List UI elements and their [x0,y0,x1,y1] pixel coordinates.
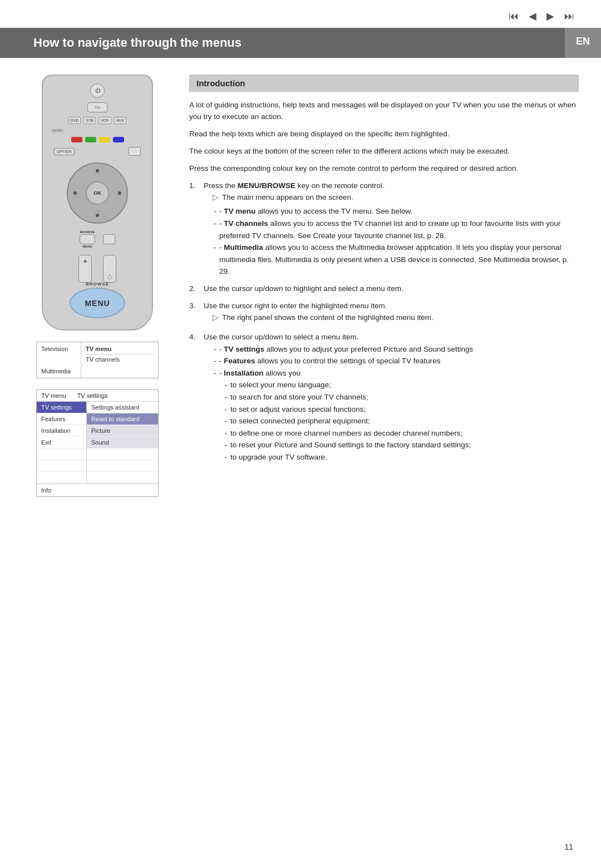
step4-bullet-tvsettings: - TV settings allows you to adjust your … [214,343,579,356]
menu-val-tvmenu: TV menu [86,346,111,352]
source-buttons-row: DVD STB VCR AUX [68,117,127,124]
next-next-arrow[interactable]: ⏭ [564,11,574,22]
step1-bold: MENU/BROWSE [238,181,295,190]
menu2-header-right: TV settings [77,392,108,399]
color-buttons [71,137,124,142]
menu-diagram-2-left: TV settings Features Installation Exit [37,402,87,484]
menu-item-empty [41,357,76,363]
tv-button[interactable]: TV [87,102,107,112]
menu2-r-empty1 [87,448,158,460]
menu-val-tvchannels: TV channels [86,356,120,363]
menu-label: MENU [82,245,92,248]
stb-button[interactable]: STB [83,117,96,124]
language-badge: EN [565,28,601,58]
step1-bullets: - TV menu allows you to access the TV me… [204,205,579,278]
step4-install-list: to select your menu language; to search … [219,379,579,463]
intro-header: Introduction [189,75,579,92]
install-item-3: to set or adjust various special functio… [225,403,579,416]
prev-arrow[interactable]: ◀ [529,10,536,22]
menu2-empty1 [37,448,86,460]
menu-diagram-2-right: Settings assistant Reset to standard Pic… [87,402,158,484]
step-2: 2. Use the cursor up/down to highlight a… [189,283,579,295]
power-button[interactable]: ⏻ [90,83,105,98]
demo-label: DEMO [52,129,63,132]
step4-bullet-features: - Features allows you to control the set… [214,355,579,367]
aux-button[interactable]: AUX [114,117,126,124]
dpad-up-dot [96,169,99,172]
prev-prev-arrow[interactable]: ⏮ [509,11,519,22]
menu2-installation: Installation [37,425,86,437]
dvd-button[interactable]: DVD [68,117,81,124]
menu2-header-left: TV menu [41,392,66,399]
menu-item-television: Television [41,346,76,352]
menu-browse-row: BROWSE MENU [80,230,115,248]
remote-control: ⏻ TV DVD STB VCR AUX DEMO [42,75,153,331]
step4-bullets: - TV settings allows you to adjust your … [204,343,579,463]
intro-para-3: The colour keys at the bottom of the scr… [189,146,579,157]
install-item-6: to reset your Picture and Sound settings… [225,439,579,451]
menu2-sound: Sound [87,437,158,448]
menu2-exit: Exit [37,437,86,448]
step1-bullet-tvchannels: - TV channels allows you to access the T… [214,218,579,241]
vcr-button[interactable]: VCR [98,117,111,124]
vol-ch-row: + △ [78,255,116,283]
right-column: Introduction A lot of guiding instructio… [189,75,579,497]
screen-button[interactable] [129,147,141,156]
menu2-r-empty3 [87,472,158,484]
volume-up-button[interactable]: + [78,255,92,283]
menu-diagram-1-right: TV menu TV channels [81,342,158,378]
green-button[interactable] [85,137,96,142]
page-title: How to navigate through the menus [0,28,565,58]
intro-para-1: A lot of guiding instructions, help text… [189,100,579,123]
blue-button[interactable] [113,137,124,142]
power-icon: ⏻ [95,88,100,93]
step1-text: Press the MENU/BROWSE key on the remote … [204,181,385,190]
step-1: 1. Press the MENU/BROWSE key on the remo… [189,180,579,278]
option-button[interactable]: OPTION [54,148,75,155]
menu-text: MENU [85,299,110,308]
menu2-picture: Picture [87,425,158,437]
next-arrow[interactable]: ▶ [546,10,554,22]
steps-list: 1. Press the MENU/BROWSE key on the remo… [189,180,579,463]
menu-diagram-2-header: TV menu TV settings [37,390,158,402]
yellow-button[interactable] [99,137,110,142]
menu2-empty2 [37,460,86,472]
step-3: 3. Use the cursor right to enter the hig… [189,300,579,326]
menu-diagram-2: TV menu TV settings TV settings Features… [36,389,159,497]
install-item-1: to select your menu language; [225,379,579,391]
red-button[interactable] [71,137,82,142]
menu-item-multimedia: Multimedia [41,368,76,374]
dpad-down-dot [96,214,99,217]
volume-down-button[interactable]: △ [103,255,116,283]
dpad[interactable]: OK [67,162,128,224]
step1-arrow: ▷ The main menu appears on the screen. [204,192,579,204]
intro-para-2: Read the help texts which are being disp… [189,129,579,140]
install-item-5: to define one or more channel numbers as… [225,427,579,440]
step2-text: Use the cursor up/down to highlight and … [204,284,403,293]
menu2-footer: Info [37,484,158,496]
step4-bullet-installation: - Installation allows you to select your… [214,367,579,463]
install-item-2: to search for and store your TV channels… [225,391,579,403]
menu2-tvsettings: TV settings [37,402,86,413]
step1-bullet-multimedia: - Multimedia allows you to access the Mu… [214,241,579,278]
teletext-button[interactable] [103,234,115,244]
option-row: OPTION [51,147,144,156]
top-navigation: ⏮ ◀ ▶ ⏭ [0,0,601,28]
step1-bullet-tvmenu: - TV menu allows you to access the TV me… [214,205,579,218]
menu-diagram-1: Television Multimedia TV menu TV channel… [36,342,159,378]
ok-button[interactable]: OK [86,181,109,205]
intro-para-4: Press the corresponding colour key on th… [189,163,579,175]
page-number: 11 [564,842,573,851]
menu-oval[interactable]: MENU [70,288,125,318]
browse-menu-button[interactable]: BROWSE MENU [80,230,95,248]
menu2-r-empty2 [87,460,158,472]
install-item-4: to select connected peripheral equipment… [225,415,579,427]
step3-arrow: ▷ The right panel shows the content of t… [204,312,579,324]
dpad-left-dot [73,191,77,195]
install-item-7: to upgrade your TV software. [225,451,579,463]
step3-text: Use the cursor right to enter the highli… [204,302,387,310]
step-4: 4. Use the cursor up/down to select a me… [189,332,579,463]
menu2-empty3 [37,472,86,484]
menu-diagram-1-left: Television Multimedia [37,342,81,378]
step4-text: Use the cursor up/down to select a menu … [204,333,358,341]
